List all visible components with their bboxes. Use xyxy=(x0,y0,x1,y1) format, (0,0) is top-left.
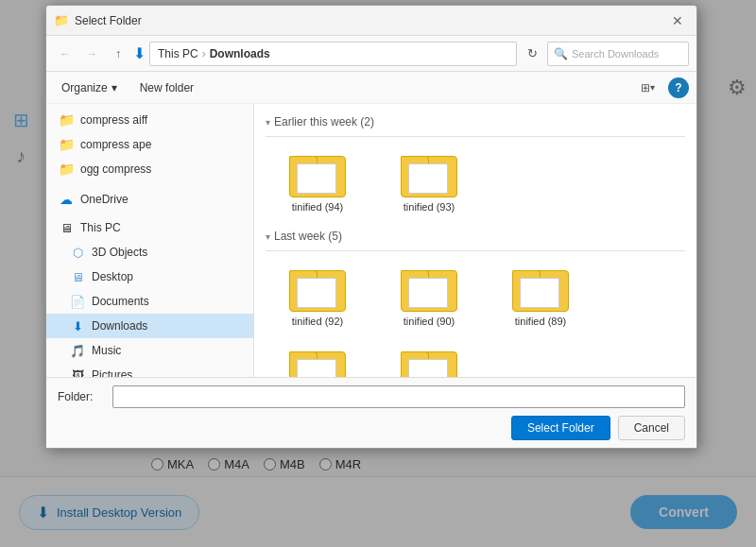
sidebar-item-desktop[interactable]: 🖥 Desktop xyxy=(46,265,253,289)
music-icon: 🎵 xyxy=(69,342,86,359)
dialog-titlebar: 📁 Select Folder ✕ xyxy=(46,6,696,36)
sidebar-item-onedrive[interactable]: ☁ OneDrive xyxy=(46,187,253,212)
organize-button[interactable]: Organize ▾ xyxy=(54,78,125,97)
dialog-content: ▾ Earlier this week (2) tinified (94) ti… xyxy=(254,104,696,377)
desktop-icon: 🖥 xyxy=(69,268,86,285)
breadcrumb-this-pc: This PC xyxy=(158,47,198,60)
folder-thumb-92 xyxy=(289,265,346,312)
folder-grid-earlier-this-week: tinified (94) tinified (93) xyxy=(266,145,685,218)
downloads-icon: ⬇ xyxy=(69,317,86,334)
folder-input[interactable] xyxy=(112,385,685,408)
cancel-button[interactable]: Cancel xyxy=(618,416,685,440)
search-placeholder: Search Downloads xyxy=(572,48,659,60)
folder-thumb-89 xyxy=(512,265,569,312)
up-button[interactable]: ↑ xyxy=(107,43,129,65)
organize-chevron-icon: ▾ xyxy=(112,81,117,94)
section-divider-2 xyxy=(266,250,685,251)
folder-thumb-90 xyxy=(401,265,457,312)
computer-icon: 🖥 xyxy=(58,219,75,236)
folder-item-tinified-90[interactable]: tinified (90) xyxy=(377,259,481,333)
sidebar-item-documents[interactable]: 📄 Documents xyxy=(46,289,253,314)
section-chevron-icon: ▾ xyxy=(266,117,270,128)
pictures-icon: 🖼 xyxy=(69,367,86,377)
3d-icon: ⬡ xyxy=(69,244,86,261)
sidebar-item-compress-aiff[interactable]: 📁 compress aiff xyxy=(46,108,253,132)
folder-icon: 📁 xyxy=(58,136,75,153)
folder-item-tinified-88[interactable]: tinified (88) xyxy=(266,340,369,377)
dialog-toolbar: Organize ▾ New folder ⊞ ▾ ? xyxy=(46,72,696,104)
folder-item-tinified-87[interactable]: tinified (87) xyxy=(377,340,481,377)
dialog-title-icon: 📁 xyxy=(54,13,69,28)
folder-thumb-88 xyxy=(289,346,346,377)
address-breadcrumb: This PC › Downloads xyxy=(158,47,270,60)
folder-thumb-87 xyxy=(401,346,457,377)
folder-input-row: Folder: xyxy=(58,385,685,408)
folder-item-tinified-93[interactable]: tinified (93) xyxy=(377,145,481,218)
breadcrumb-downloads: Downloads xyxy=(210,47,270,60)
section-divider-1 xyxy=(266,136,685,137)
folder-thumb-93 xyxy=(401,150,457,197)
view-chevron-icon: ▾ xyxy=(650,82,655,93)
folder-label: Folder: xyxy=(58,390,105,403)
refresh-button[interactable]: ↻ xyxy=(521,43,543,65)
view-toggle-button[interactable]: ⊞ ▾ xyxy=(635,78,661,97)
new-folder-button[interactable]: New folder xyxy=(132,78,201,97)
dialog-sidebar: 📁 compress aiff 📁 compress ape 📁 ogg com… xyxy=(46,104,254,377)
search-box[interactable]: 🔍 Search Downloads xyxy=(547,42,689,66)
section-last-week-header[interactable]: ▾ Last week (5) xyxy=(266,230,685,243)
folder-item-tinified-94[interactable]: tinified (94) xyxy=(266,145,369,218)
cloud-icon: ☁ xyxy=(58,191,75,208)
section-chevron-icon-2: ▾ xyxy=(266,231,270,242)
folder-grid-last-week: tinified (92) tinified (90) tinified (89… xyxy=(266,259,685,377)
sidebar-item-compress-ape[interactable]: 📁 compress ape xyxy=(46,132,253,157)
sidebar-item-music[interactable]: 🎵 Music xyxy=(46,338,253,363)
dialog-addressbar: ← → ↑ ⬇ This PC › Downloads ↻ 🔍 Search D… xyxy=(46,36,696,72)
folder-icon: 📁 xyxy=(58,161,75,178)
sidebar-item-this-pc[interactable]: 🖥 This PC xyxy=(46,215,253,240)
location-icon: ⬇ xyxy=(133,44,146,62)
view-icon: ⊞ xyxy=(641,81,650,94)
address-box[interactable]: This PC › Downloads xyxy=(149,42,517,66)
help-button[interactable]: ? xyxy=(668,77,689,98)
folder-icon: 📁 xyxy=(58,111,75,128)
select-folder-dialog: 📁 Select Folder ✕ ← → ↑ ⬇ This PC › Down… xyxy=(45,5,697,449)
sidebar-item-downloads[interactable]: ⬇ Downloads xyxy=(46,314,253,338)
dialog-main: 📁 compress aiff 📁 compress ape 📁 ogg com… xyxy=(46,104,696,377)
folder-item-tinified-89[interactable]: tinified (89) xyxy=(489,259,593,333)
sidebar-item-pictures[interactable]: 🖼 Pictures xyxy=(46,363,253,377)
select-folder-button[interactable]: Select Folder xyxy=(511,416,610,440)
sidebar-item-ogg-compress[interactable]: 📁 ogg compress xyxy=(46,157,253,181)
dialog-close-button[interactable]: ✕ xyxy=(666,9,689,32)
forward-button[interactable]: → xyxy=(80,43,103,65)
section-earlier-this-week-header[interactable]: ▾ Earlier this week (2) xyxy=(266,115,685,128)
folder-thumb-94 xyxy=(289,150,346,197)
documents-icon: 📄 xyxy=(69,293,86,310)
sidebar-item-3d-objects[interactable]: ⬡ 3D Objects xyxy=(46,240,253,265)
back-button[interactable]: ← xyxy=(54,43,77,65)
dialog-bottom: Folder: Select Folder Cancel xyxy=(46,377,696,448)
search-icon: 🔍 xyxy=(554,47,568,60)
dialog-actions: Select Folder Cancel xyxy=(58,416,685,440)
dialog-title: Select Folder xyxy=(75,14,666,27)
folder-item-tinified-92[interactable]: tinified (92) xyxy=(266,259,369,333)
